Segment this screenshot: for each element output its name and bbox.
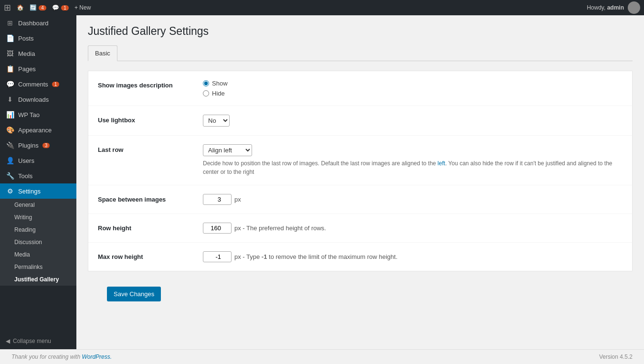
page-title: Justified Gallery Settings (88, 25, 633, 38)
users-icon: 👤 (6, 157, 14, 164)
footer-text: Thank you for creating with WordPress. (11, 353, 112, 360)
pages-icon: 📋 (6, 65, 14, 73)
footer: Thank you for creating with WordPress. V… (0, 349, 644, 364)
save-changes-button[interactable]: Save Changes (107, 287, 161, 301)
row-use-lightbox: Use lightbox No Yes (88, 106, 632, 136)
row-height-input[interactable] (203, 223, 232, 234)
sidebar-item-posts[interactable]: 📄 Posts (0, 31, 76, 46)
row-row-height: Row height px - The preferred height of … (88, 214, 632, 243)
sidebar-item-users[interactable]: 👤 Users (0, 153, 76, 168)
row-height-input-wrap: px - The preferred height of rows. (203, 223, 623, 234)
footer-version: Version 4.5.2 (599, 353, 633, 360)
space-unit: px (234, 196, 241, 203)
wp-logo-icon[interactable]: ⊞ (4, 2, 11, 13)
appearance-icon: 🎨 (6, 126, 14, 134)
row-height-hint: px - The preferred height of rows. (234, 225, 326, 232)
settings-form: Show images description Show Hide (88, 71, 633, 271)
submenu-media[interactable]: Media (0, 248, 76, 261)
row-space-between: Space between images px (88, 185, 632, 214)
row-last-row: Last row Align left Align center Align r… (88, 136, 632, 185)
space-between-label: Space between images (98, 194, 203, 203)
last-row-hint: Decide how to position the last row of i… (203, 159, 623, 176)
row-max-row-height: Max row height px - Type -1 to remove th… (88, 243, 632, 271)
sidebar-item-downloads[interactable]: ⬇ Downloads (0, 92, 76, 107)
sidebar-item-dashboard[interactable]: ⊞ Dashboard (0, 15, 76, 31)
topbar: ⊞ 🏠 🔄 4 💬 1 + New Howdy, admin (0, 0, 644, 15)
settings-submenu: General Writing Reading Discussion Media… (0, 199, 76, 286)
main-content: Justified Gallery Settings Basic Show im… (76, 15, 644, 349)
radio-hide-label: Hide (212, 90, 225, 97)
new-link[interactable]: + New (74, 4, 91, 11)
settings-icon: ⚙ (6, 187, 14, 195)
user-greeting: Howdy, admin (587, 4, 624, 11)
posts-icon: 📄 (6, 34, 14, 42)
comments-icon: 💬 (6, 80, 14, 88)
radio-show-input[interactable] (203, 80, 209, 86)
submenu-justified-gallery[interactable]: Justified Gallery (0, 273, 76, 286)
collapse-menu-button[interactable]: ◀ Collapse menu (0, 333, 76, 349)
radio-show-option[interactable]: Show (203, 80, 623, 87)
sidebar: ⊞ Dashboard 📄 Posts 🖼 Media 📋 Pages 💬 Co… (0, 15, 76, 349)
plugins-badge: 3 (42, 143, 50, 148)
use-lightbox-control: No Yes (203, 115, 623, 127)
max-row-height-label: Max row height (98, 251, 203, 260)
plugins-icon: 🔌 (6, 141, 14, 149)
row-show-images-desc: Show images description Show Hide (88, 71, 632, 106)
max-row-input-wrap: px - Type -1 to remove the limit of the … (203, 251, 623, 262)
media-icon: 🖼 (6, 50, 14, 57)
show-images-desc-control: Show Hide (203, 80, 623, 97)
sidebar-item-pages[interactable]: 📋 Pages (0, 61, 76, 76)
row-height-control: px - The preferred height of rows. (203, 223, 623, 234)
sidebar-item-settings[interactable]: ⚙ Settings (0, 183, 76, 199)
last-row-label: Last row (98, 144, 203, 153)
radio-show-label: Show (212, 80, 228, 87)
user-avatar[interactable] (628, 1, 640, 14)
sidebar-item-wptao[interactable]: 📊 WP Tao (0, 107, 76, 122)
submenu-reading[interactable]: Reading (0, 224, 76, 236)
max-row-height-control: px - Type -1 to remove the limit of the … (203, 251, 623, 262)
submenu-discussion[interactable]: Discussion (0, 236, 76, 248)
topbar-right: Howdy, admin (587, 1, 640, 14)
show-images-desc-label: Show images description (98, 80, 203, 89)
tools-icon: 🔧 (6, 172, 14, 180)
last-row-select[interactable]: Align left Align center Align right Hide (203, 144, 252, 156)
footer-wp-link[interactable]: WordPress. (82, 353, 112, 360)
radio-hide-option[interactable]: Hide (203, 90, 623, 97)
save-row: Save Changes (88, 271, 633, 319)
max-row-input[interactable] (203, 251, 232, 262)
submenu-permalinks[interactable]: Permalinks (0, 261, 76, 273)
tab-basic[interactable]: Basic (88, 45, 117, 61)
submenu-general[interactable]: General (0, 199, 76, 211)
radio-hide-input[interactable] (203, 90, 209, 96)
collapse-icon: ◀ (6, 338, 10, 344)
home-link[interactable]: 🏠 (17, 4, 24, 11)
sidebar-item-comments[interactable]: 💬 Comments 1 (0, 76, 76, 92)
downloads-icon: ⬇ (6, 96, 14, 103)
comments-link[interactable]: 💬 1 (52, 4, 69, 11)
sidebar-item-media[interactable]: 🖼 Media (0, 46, 76, 61)
space-input[interactable] (203, 194, 232, 205)
show-images-radio-group: Show Hide (203, 80, 623, 97)
updates-link[interactable]: 🔄 4 (30, 4, 46, 11)
row-height-label: Row height (98, 223, 203, 232)
space-between-control: px (203, 194, 623, 205)
lightbox-select[interactable]: No Yes (203, 115, 230, 127)
max-row-hint: px - Type -1 to remove the limit of the … (234, 253, 398, 260)
sidebar-item-plugins[interactable]: 🔌 Plugins 3 (0, 138, 76, 153)
hint-link-left: left (438, 160, 445, 167)
last-row-control: Align left Align center Align right Hide… (203, 144, 623, 176)
comments-badge: 1 (61, 5, 69, 11)
max-row-hint2: -1 (262, 253, 267, 260)
sidebar-item-appearance[interactable]: 🎨 Appearance (0, 122, 76, 138)
tabs: Basic (88, 45, 633, 61)
dashboard-icon: ⊞ (6, 19, 14, 27)
space-input-wrap: px (203, 194, 623, 205)
submenu-writing[interactable]: Writing (0, 211, 76, 224)
use-lightbox-label: Use lightbox (98, 115, 203, 124)
updates-badge: 4 (39, 5, 46, 11)
sidebar-item-tools[interactable]: 🔧 Tools (0, 168, 76, 183)
wptao-icon: 📊 (6, 111, 14, 118)
comments-sidebar-badge: 1 (52, 82, 60, 87)
